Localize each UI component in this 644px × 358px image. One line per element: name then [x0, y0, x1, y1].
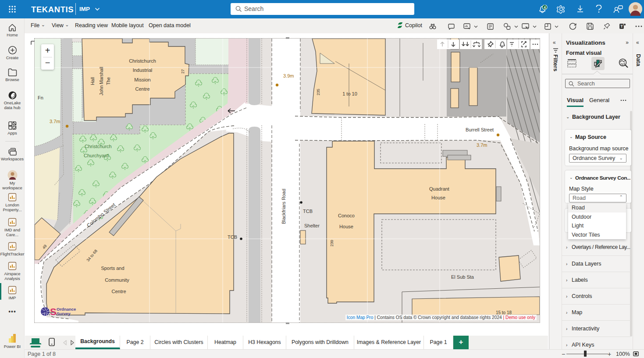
svg-text:The: The	[106, 77, 111, 85]
svg-text:TCB: TCB	[228, 234, 237, 240]
svg-text:3.7m: 3.7m	[477, 142, 487, 148]
svg-text:4: 4	[544, 5, 546, 10]
svg-text:Sports and: Sports and	[101, 266, 124, 271]
svg-text:House: House	[339, 224, 353, 229]
svg-text:27: 27	[181, 69, 185, 74]
svg-text:Centre: Centre	[111, 289, 126, 294]
svg-text:Christchurch: Christchurch	[129, 58, 156, 64]
svg-text:3.9m: 3.9m	[283, 73, 294, 78]
svg-text:Fn: Fn	[38, 95, 43, 100]
svg-text:Quadrant: Quadrant	[429, 186, 449, 191]
svg-text:Conoco: Conoco	[338, 213, 355, 218]
svg-text:Industrial: Industrial	[133, 67, 153, 73]
svg-text:3.7m: 3.7m	[50, 119, 60, 124]
svg-text:Hall: Hall	[90, 77, 95, 85]
svg-text:Survey: Survey	[57, 311, 71, 316]
svg-text:John Marshall: John Marshall	[99, 67, 104, 95]
svg-text:Centre: Centre	[135, 86, 149, 92]
svg-text:El Sub Sta: El Sub Sta	[451, 274, 474, 280]
svg-text:S: S	[50, 306, 57, 317]
svg-text:Burrell Street: Burrell Street	[466, 127, 494, 132]
svg-text:TCB: TCB	[303, 209, 313, 214]
svg-text:Christchurch: Christchurch	[85, 144, 112, 149]
svg-text:Community: Community	[105, 277, 129, 283]
svg-text:T: T	[620, 24, 623, 28]
svg-text:Churchyard: Churchyard	[84, 153, 109, 158]
svg-text:230: 230	[330, 240, 334, 246]
svg-text:House: House	[431, 195, 445, 200]
svg-text:Mission: Mission	[134, 77, 150, 82]
svg-text:Shelter: Shelter	[304, 223, 320, 228]
svg-text:Blackfriars Road: Blackfriars Road	[281, 189, 286, 224]
svg-text:235: 235	[316, 89, 320, 95]
svg-text:1 to 10: 1 to 10	[342, 91, 357, 96]
